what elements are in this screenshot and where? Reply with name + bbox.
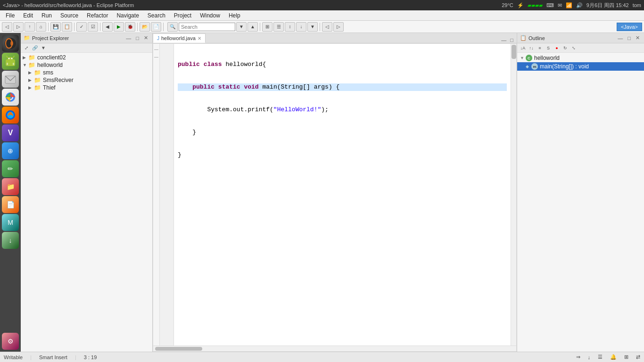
tree-arrow: ▶ [23,55,28,60]
hscroll-thumb[interactable] [155,347,202,351]
menu-source[interactable]: Source [57,11,82,20]
sidebar-icon6[interactable]: V [2,124,19,141]
editor-maximize-btn[interactable]: □ [509,37,515,43]
svg-point-2 [10,41,13,46]
op-icon: 📋 [520,35,527,41]
pe-close-btn[interactable]: ✕ [142,35,149,41]
sidebar-icon7[interactable]: ⊕ [2,142,19,159]
sidebar-icon12[interactable]: ↓ [2,232,19,249]
op-stop-btn[interactable]: ● [553,44,561,52]
outline-item-helloworld[interactable]: ▼ C helloworld [517,54,644,62]
temperature: 29°C [502,2,513,8]
tree-item-thief[interactable]: ▶ 📁 Thief [21,84,152,91]
op-sort2-btn[interactable]: ↑↓ [528,44,535,52]
code-line-4: } [178,129,507,136]
op-hide-static-btn[interactable]: S [545,44,552,52]
tb-check2-btn[interactable]: ☑ [88,22,98,32]
tb-forward-btn[interactable]: ▷ [13,22,24,32]
svg-rect-4 [8,57,13,61]
op-collapse-btn[interactable]: ⤡ [570,44,578,52]
menu-help[interactable]: Help [225,11,244,20]
java-perspective-btn[interactable]: <Java> [617,23,642,31]
menu-navigate[interactable]: Navigate [113,11,142,20]
sidebar-android-icon[interactable] [2,53,19,70]
op-sync-btn[interactable]: ↻ [561,44,569,52]
sidebar-icon9[interactable]: 📁 [2,178,19,195]
sidebar-icon10[interactable]: 📄 [2,196,19,213]
editor-minimize-btn[interactable]: — [500,37,508,43]
tb-home-btn[interactable]: ⌂ [36,22,46,32]
sidebar-icon8[interactable]: ✏ [2,160,19,177]
tb-save-btn[interactable]: 💾 [50,22,61,32]
pe-menu-btn[interactable]: ▼ [40,44,47,52]
tree-item-sms[interactable]: ▶ 📁 sms [21,69,152,76]
tree-item-smsreciver[interactable]: ▶ 📁 SmsReciver [21,76,152,84]
menu-run[interactable]: Run [38,11,56,20]
sb-icon4[interactable]: 🔔 [610,354,617,360]
tb-open-btn[interactable]: 📂 [140,22,150,32]
menu-edit[interactable]: Edit [19,11,37,20]
editor-scrollbar[interactable] [511,44,516,346]
menu-search[interactable]: Search [144,11,169,20]
scrollbar-thumb[interactable] [512,45,516,59]
menu-refactor[interactable]: Refactor [83,11,112,20]
sb-icon3[interactable]: ☰ [598,354,603,360]
pe-collapse-all-btn[interactable]: ⤢ [23,44,30,52]
outline-item-main[interactable]: ◆ m main(String[]) : void [517,62,644,71]
pe-title: Project Explorer [32,35,76,41]
op-hide-fields-btn[interactable]: ≡ [536,44,544,52]
tab-close-btn[interactable]: ✕ [198,36,201,41]
sidebar-icon11[interactable]: M [2,214,19,231]
tb-misc1[interactable]: ⊞ [262,22,272,32]
tb-search-up[interactable]: ▲ [248,22,258,32]
tb-back-btn[interactable]: ◁ [2,22,12,32]
sidebar-eclipse-icon[interactable] [2,35,19,52]
tb-misc4[interactable]: ↓ [296,22,306,32]
gutter-collapse-1[interactable]: — [153,46,159,53]
pe-minimize-btn[interactable]: — [124,35,132,41]
tree-arrow: ▼ [23,63,28,67]
tb-misc5[interactable]: ▼ [307,22,318,32]
tb-prev-btn[interactable]: ◀ [102,22,113,32]
tb-save-all-btn[interactable]: 📋 [62,22,72,32]
tree-item-conclient02[interactable]: ▶ 📁 conclient02 [21,54,152,61]
tb-up-btn[interactable]: ↑ [25,22,35,32]
tb-search-down[interactable]: ▼ [236,22,247,32]
pe-link-btn[interactable]: 🔗 [31,44,39,52]
code-content[interactable]: public class helloworld{ public static v… [174,44,511,346]
sb-icon6[interactable]: ⇄ [636,354,640,360]
tb-run-btn[interactable]: ▶ [114,22,124,32]
op-minimize-btn[interactable]: — [616,35,624,41]
op-maximize-btn[interactable]: □ [626,35,632,41]
menu-window[interactable]: Window [196,11,224,20]
menu-project[interactable]: Project [170,11,195,20]
pe-maximize-btn[interactable]: □ [134,35,140,41]
sidebar-chrome-icon[interactable] [2,89,19,106]
tb-search-icon: 🔍 [167,22,178,32]
sidebar-icon13[interactable]: ⚙ [2,333,19,350]
sb-icon1[interactable]: ⇒ [576,354,580,360]
outline-arrow: ▼ [520,56,526,60]
tb-debug-btn[interactable]: 🐞 [125,22,135,32]
tb-check-btn[interactable]: ✓ [76,22,87,32]
editor-tab-helloworld[interactable]: J helloworld.java ✕ [153,33,206,43]
sidebar-firefox-icon[interactable] [2,107,19,123]
gutter-collapse-2[interactable]: — [153,53,159,61]
tb-misc2[interactable]: ☰ [273,22,284,32]
menu-file[interactable]: File [2,11,18,20]
sidebar-mail-icon[interactable] [2,71,19,88]
tree-item-helloworld[interactable]: ▼ 📁 helloworld [21,61,152,69]
op-sort-btn[interactable]: ↓A [519,44,527,52]
tb-misc3[interactable]: ↕ [285,22,295,32]
tb-nav1[interactable]: ◁ [322,22,332,32]
editor-hscroll[interactable] [153,346,516,351]
op-close-btn[interactable]: ✕ [634,35,641,41]
gutter-empty2 [153,68,159,76]
tb-new-btn[interactable]: 📄 [151,22,161,32]
tb-nav2[interactable]: ▷ [333,22,344,32]
sb-icon5[interactable]: ⊞ [624,354,628,360]
sb-icon2[interactable]: ↓ [588,354,591,360]
code-editor[interactable]: — — [153,43,517,352]
search-input[interactable] [179,23,235,31]
svg-point-7 [8,58,10,59]
